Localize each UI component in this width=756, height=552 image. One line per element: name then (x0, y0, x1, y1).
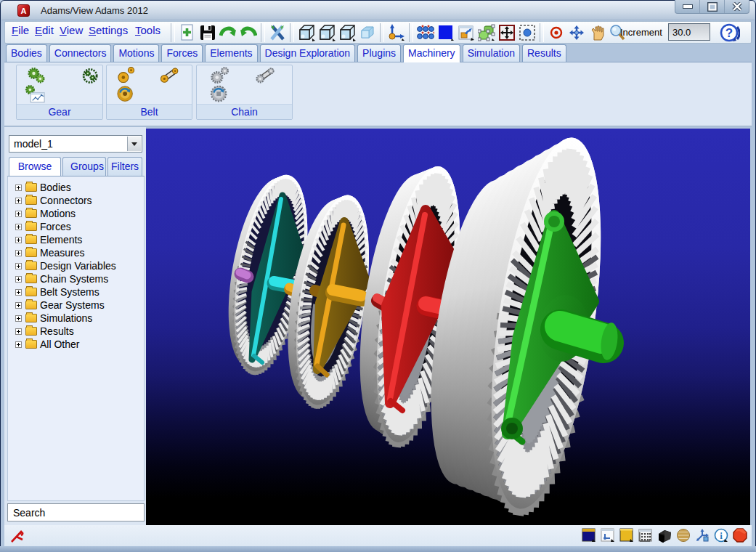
svg-text:?: ? (725, 26, 733, 40)
svg-text:i: i (720, 530, 723, 541)
